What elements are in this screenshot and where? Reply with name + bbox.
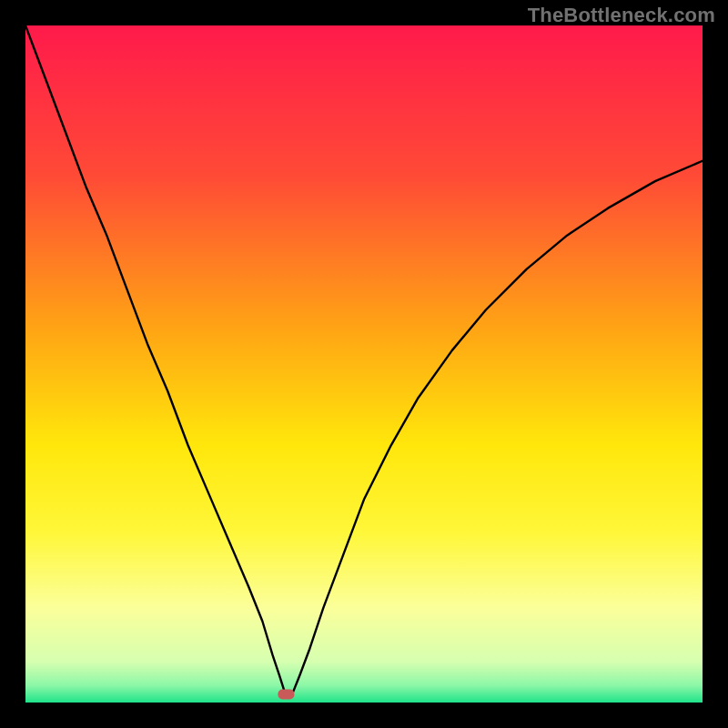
chart-svg [25, 25, 703, 703]
plot-area [25, 25, 703, 703]
minimum-marker [278, 690, 294, 700]
watermark-label: TheBottleneck.com [528, 4, 715, 27]
gradient-background [25, 25, 703, 703]
chart-frame: TheBottleneck.com [0, 0, 728, 728]
